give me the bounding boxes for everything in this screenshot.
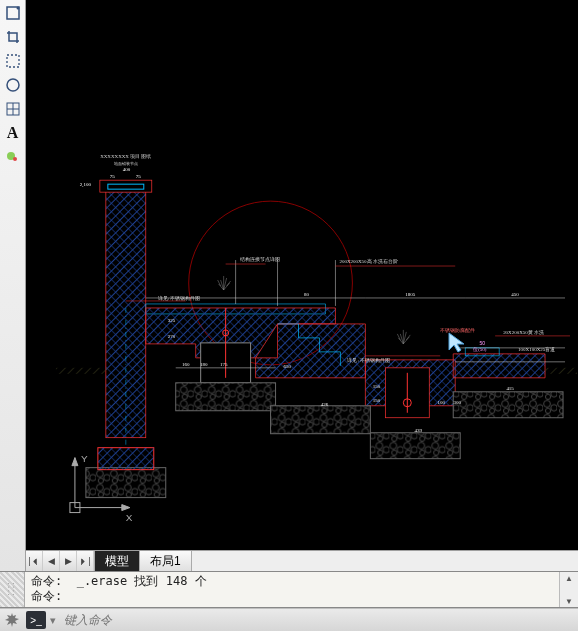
command-grip[interactable]: ::::: [0, 572, 25, 607]
svg-rect-2: [7, 55, 19, 67]
svg-text:75: 75: [136, 174, 141, 179]
svg-text:2,100: 2,100: [80, 182, 92, 188]
svg-text:300: 300: [453, 400, 461, 405]
svg-text:400: 400: [123, 167, 131, 172]
tab-model[interactable]: 模型: [95, 551, 140, 571]
svg-text:325: 325: [168, 318, 176, 323]
svg-rect-41: [370, 433, 460, 459]
svg-text:地面铺装节点: 地面铺装节点: [113, 161, 138, 166]
customize-icon[interactable]: [0, 609, 24, 631]
svg-text:200X200X50高 水洗石台阶: 200X200X50高 水洗石台阶: [339, 258, 397, 264]
svg-rect-81: [545, 368, 577, 374]
svg-text:详见: 不锈钢构件图: 详见: 不锈钢构件图: [158, 295, 201, 301]
svg-text:160: 160: [182, 362, 190, 367]
circle-select-icon[interactable]: [2, 74, 24, 96]
left-toolbox: A: [0, 0, 26, 571]
marquee-icon[interactable]: [2, 50, 24, 72]
svg-rect-28: [98, 448, 154, 470]
svg-rect-26: [86, 468, 166, 498]
svg-text:175: 175: [220, 362, 228, 367]
svg-text:650: 650: [284, 364, 292, 369]
svg-marker-85: [72, 458, 78, 466]
cad-drawing: 2,100 75 75 400 XXXXXXXX 项目 图纸 地面铺装节点: [26, 0, 578, 550]
work-row: A: [0, 0, 578, 571]
svg-text:详见: 不锈钢构件图: 详见: 不锈钢构件图: [347, 357, 390, 363]
svg-text:180: 180: [200, 362, 208, 367]
tab-model-label: 模型: [105, 553, 129, 570]
svg-text:450: 450: [511, 292, 519, 297]
svg-rect-42: [453, 392, 563, 418]
svg-text:150: 150: [373, 384, 381, 389]
svg-text:270: 270: [168, 334, 176, 339]
command-window: :::: 命令: _.erase 找到 148 个 命令: ▲ ▼: [0, 571, 578, 608]
svg-text:426: 426: [321, 402, 329, 407]
svg-point-3: [7, 79, 19, 91]
svg-text:结构连接节点详图: 结构连接节点详图: [240, 256, 280, 262]
tab-layout1-label: 布局1: [150, 553, 181, 570]
main-section: 50: [146, 276, 563, 459]
color-tool[interactable]: [2, 146, 24, 168]
svg-point-6: [13, 157, 17, 161]
canvas-wrap: 2,100 75 75 400 XXXXXXXX 项目 图纸 地面铺装节点: [26, 0, 578, 571]
svg-rect-40: [271, 406, 371, 434]
app-root: A: [0, 0, 578, 631]
svg-rect-30: [56, 368, 108, 374]
svg-text:50: 50: [479, 340, 485, 346]
text-tool[interactable]: A: [2, 122, 24, 144]
tab-layout1[interactable]: 布局1: [140, 551, 192, 571]
svg-text:Y: Y: [81, 453, 88, 464]
svg-text:75: 75: [110, 174, 115, 179]
tab-last-button[interactable]: ⏵|: [77, 551, 94, 571]
command-input[interactable]: [62, 610, 574, 630]
svg-text:X: X: [126, 512, 133, 523]
svg-text:20X200X50黄 水洗: 20X200X50黄 水洗: [503, 329, 544, 335]
svg-text:100X100X25盲道: 100X100X25盲道: [518, 346, 555, 352]
command-scrollbar[interactable]: ▲ ▼: [559, 572, 578, 607]
svg-marker-86: [122, 505, 130, 511]
crop-icon[interactable]: [2, 26, 24, 48]
cmd-line-2: 命令:: [31, 589, 62, 603]
tab-first-button[interactable]: |⏴: [26, 551, 43, 571]
svg-text:415: 415: [506, 386, 514, 391]
svg-text:80: 80: [304, 292, 309, 297]
command-prompt-icon[interactable]: >_: [26, 611, 46, 629]
rect-select-icon[interactable]: [2, 2, 24, 24]
grid-icon[interactable]: [2, 98, 24, 120]
svg-text:不锈钢防腐配件: 不锈钢防腐配件: [440, 327, 475, 333]
model-tabs: |⏴ ◀ ▶ ⏵| 模型 布局1: [26, 550, 578, 571]
command-history[interactable]: 命令: _.erase 找到 148 个 命令:: [25, 572, 559, 607]
command-input-row: >_ ▾: [0, 608, 578, 631]
cmd-line-1: 命令: _.erase 找到 148 个: [31, 574, 207, 588]
cmd-dropdown-icon[interactable]: ▾: [46, 614, 58, 627]
svg-text:XXXXXXXX 项目 图纸: XXXXXXXX 项目 图纸: [100, 153, 151, 159]
tab-nav: |⏴ ◀ ▶ ⏵|: [26, 551, 95, 571]
svg-text:150: 150: [373, 398, 381, 403]
svg-text:1805: 1805: [405, 292, 415, 297]
svg-text:100: 100: [438, 400, 446, 405]
svg-point-1: [16, 7, 19, 10]
drawing-canvas[interactable]: 2,100 75 75 400 XXXXXXXX 项目 图纸 地面铺装节点: [26, 0, 578, 550]
svg-text:439: 439: [415, 428, 423, 433]
tab-next-button[interactable]: ▶: [60, 551, 77, 571]
svg-rect-39: [176, 383, 276, 411]
svg-text:位(50): 位(50): [473, 346, 487, 352]
tab-prev-button[interactable]: ◀: [43, 551, 60, 571]
